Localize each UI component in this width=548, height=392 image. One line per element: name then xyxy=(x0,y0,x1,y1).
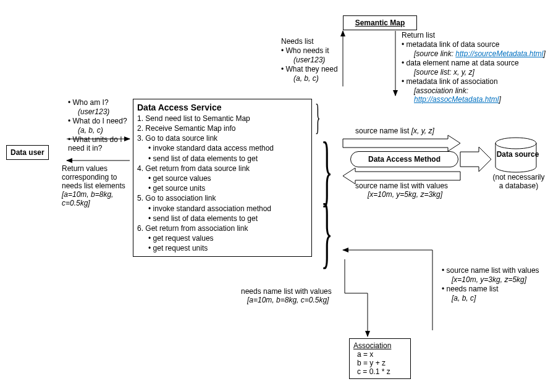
rv-l3: needs list elements xyxy=(62,181,136,190)
return-values-block: Return values corresponding to needs lis… xyxy=(62,164,136,207)
association-title: Association xyxy=(353,341,407,350)
needs-list-block: Needs list Who needs it (user123) What t… xyxy=(281,37,343,83)
assoc-e2: b = y + z xyxy=(357,359,407,367)
data-source-label: Data source xyxy=(496,150,539,159)
needs-what-val: (a, b, c) xyxy=(293,74,343,83)
needs-name-list-values: needs name list with values [a=10m, b=8k… xyxy=(241,287,332,304)
assoc-in-item1-val: [x=10m, y=3kg, z=5kg] xyxy=(452,275,547,284)
rv-l1: Return values xyxy=(62,164,136,173)
rv-l2: corresponding to xyxy=(62,173,136,181)
das-s4b: get source units xyxy=(148,183,308,193)
source-name-list-top: source name list [x, y, z] xyxy=(355,127,434,135)
semantic-map-box: Semantic Map xyxy=(343,15,417,30)
das-title: Data Access Service xyxy=(137,102,308,114)
das-s1: 1. Send need list to Semantic Map xyxy=(137,114,308,123)
assoc-in-item2-val: [a, b, c] xyxy=(452,294,547,302)
semantic-map-title: Semantic Map xyxy=(355,19,405,27)
return-item2: data element name at data source xyxy=(402,59,547,67)
return-item3-val: [association link: http://assocMetadata.… xyxy=(414,86,547,104)
rv-l4: [a=10m, b=8kg, c=0.5kg] xyxy=(62,190,136,207)
brace-steps56: } xyxy=(321,185,333,278)
data-user-box: Data user xyxy=(6,145,49,160)
assoc-e3: c = 0.1 * z xyxy=(357,367,407,376)
data-source-sub: (not necessarily a database) xyxy=(489,173,548,190)
das-s5: 5. Go to association link xyxy=(137,193,308,203)
needs-who-val: (user123) xyxy=(293,56,343,64)
q-what: What do I need? xyxy=(68,117,136,125)
return-item1-val: [source link: http://sourceMetadata.html… xyxy=(414,49,547,58)
svg-marker-6 xyxy=(460,147,491,172)
return-item1: metadata link of data source xyxy=(402,40,547,49)
needs-list-heading: Needs list xyxy=(281,37,343,46)
das-s3b: send list of data elements to get xyxy=(148,154,308,164)
return-item2-val: [source list: x, y, z] xyxy=(414,68,547,77)
das-s2: 2. Receive Semantic Map info xyxy=(137,123,308,133)
return-list-block: Return list metadata link of data source… xyxy=(402,31,547,104)
das-s6b: get request units xyxy=(148,243,308,253)
needs-what: What they need xyxy=(281,65,343,73)
user-questions-block: Who am I? (user123) What do I need? (a, … xyxy=(68,98,136,153)
q-who: Who am I? xyxy=(68,98,136,107)
q-units: What units do I need it in? xyxy=(68,135,136,152)
source-metadata-link[interactable]: http://sourceMetadata.html xyxy=(455,49,543,58)
assoc-metadata-link[interactable]: http://assocMetadata.html xyxy=(414,95,499,104)
das-s3a: invoke standard data access method xyxy=(148,143,308,153)
das-s6: 6. Get return from association link xyxy=(137,223,308,233)
assoc-input-block: source name list with values [x=10m, y=3… xyxy=(442,265,547,302)
source-name-list-bottom: source name list with values [x=10m, y=5… xyxy=(355,181,448,199)
needs-who: Who needs it xyxy=(281,46,343,55)
svg-point-12 xyxy=(495,138,536,149)
q-who-val: (user123) xyxy=(78,107,136,116)
return-item3: metadata link of association xyxy=(402,77,547,86)
das-s5b: send list of data elements to get xyxy=(148,214,308,223)
q-what-val: (a, b, c) xyxy=(78,126,136,135)
das-s4a: get source values xyxy=(148,173,308,183)
brace-steps12: } xyxy=(315,96,321,138)
data-access-method-oval: Data Access Method xyxy=(350,151,458,167)
data-access-service-box: Data Access Service 1. Send need list to… xyxy=(133,99,312,257)
return-list-heading: Return list xyxy=(402,31,547,40)
data-user-label: Data user xyxy=(11,148,44,157)
association-box: Association a = x b = y + z c = 0.1 * z xyxy=(349,338,411,379)
assoc-in-item1: source name list with values xyxy=(442,266,547,275)
das-s4: 4. Get return from data source link xyxy=(137,164,308,173)
svg-marker-4 xyxy=(343,135,460,151)
das-s3: 3. Go to data source link xyxy=(137,133,308,143)
das-s5a: invoke standard association method xyxy=(148,204,308,214)
das-s6a: get request values xyxy=(148,233,308,243)
assoc-e1: a = x xyxy=(357,350,407,359)
assoc-in-item2: needs name list xyxy=(442,285,547,293)
